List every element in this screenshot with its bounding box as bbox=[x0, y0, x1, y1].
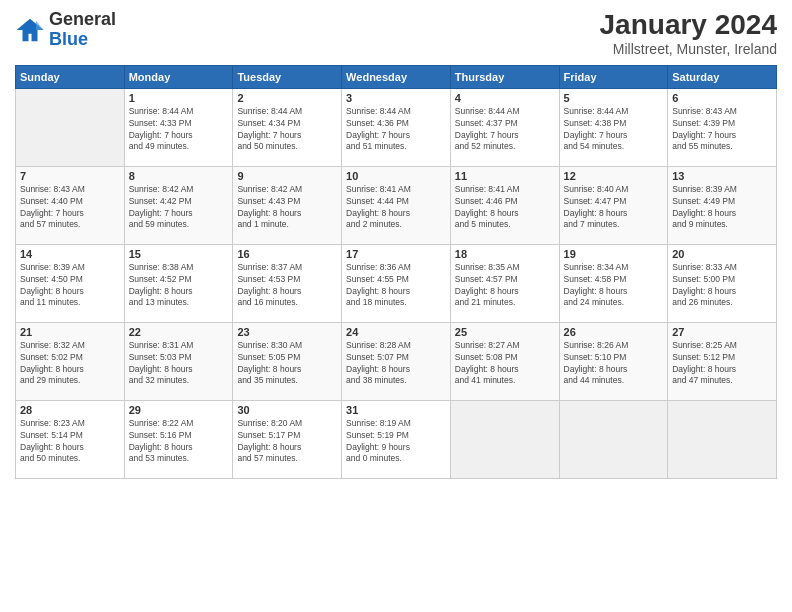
day-detail: Sunrise: 8:33 AMSunset: 5:00 PMDaylight:… bbox=[672, 262, 772, 310]
day-cell: 14Sunrise: 8:39 AMSunset: 4:50 PMDayligh… bbox=[16, 244, 125, 322]
day-detail: Sunrise: 8:28 AMSunset: 5:07 PMDaylight:… bbox=[346, 340, 446, 388]
day-detail: Sunrise: 8:32 AMSunset: 5:02 PMDaylight:… bbox=[20, 340, 120, 388]
day-cell: 29Sunrise: 8:22 AMSunset: 5:16 PMDayligh… bbox=[124, 400, 233, 478]
day-cell: 25Sunrise: 8:27 AMSunset: 5:08 PMDayligh… bbox=[450, 322, 559, 400]
day-cell: 4Sunrise: 8:44 AMSunset: 4:37 PMDaylight… bbox=[450, 88, 559, 166]
week-row-1: 7Sunrise: 8:43 AMSunset: 4:40 PMDaylight… bbox=[16, 166, 777, 244]
day-number: 17 bbox=[346, 248, 446, 260]
day-detail: Sunrise: 8:39 AMSunset: 4:50 PMDaylight:… bbox=[20, 262, 120, 310]
day-number: 30 bbox=[237, 404, 337, 416]
day-detail: Sunrise: 8:26 AMSunset: 5:10 PMDaylight:… bbox=[564, 340, 664, 388]
day-detail: Sunrise: 8:44 AMSunset: 4:33 PMDaylight:… bbox=[129, 106, 229, 154]
day-cell: 31Sunrise: 8:19 AMSunset: 5:19 PMDayligh… bbox=[342, 400, 451, 478]
day-number: 14 bbox=[20, 248, 120, 260]
week-row-3: 21Sunrise: 8:32 AMSunset: 5:02 PMDayligh… bbox=[16, 322, 777, 400]
day-cell: 17Sunrise: 8:36 AMSunset: 4:55 PMDayligh… bbox=[342, 244, 451, 322]
day-cell: 18Sunrise: 8:35 AMSunset: 4:57 PMDayligh… bbox=[450, 244, 559, 322]
week-row-0: 1Sunrise: 8:44 AMSunset: 4:33 PMDaylight… bbox=[16, 88, 777, 166]
day-cell: 10Sunrise: 8:41 AMSunset: 4:44 PMDayligh… bbox=[342, 166, 451, 244]
day-number: 16 bbox=[237, 248, 337, 260]
day-cell bbox=[450, 400, 559, 478]
day-detail: Sunrise: 8:23 AMSunset: 5:14 PMDaylight:… bbox=[20, 418, 120, 466]
day-detail: Sunrise: 8:44 AMSunset: 4:38 PMDaylight:… bbox=[564, 106, 664, 154]
day-cell bbox=[16, 88, 125, 166]
day-cell: 13Sunrise: 8:39 AMSunset: 4:49 PMDayligh… bbox=[668, 166, 777, 244]
day-cell: 22Sunrise: 8:31 AMSunset: 5:03 PMDayligh… bbox=[124, 322, 233, 400]
day-number: 31 bbox=[346, 404, 446, 416]
day-detail: Sunrise: 8:39 AMSunset: 4:49 PMDaylight:… bbox=[672, 184, 772, 232]
day-cell: 8Sunrise: 8:42 AMSunset: 4:42 PMDaylight… bbox=[124, 166, 233, 244]
col-tuesday: Tuesday bbox=[233, 65, 342, 88]
header-row: Sunday Monday Tuesday Wednesday Thursday… bbox=[16, 65, 777, 88]
day-number: 19 bbox=[564, 248, 664, 260]
logo-text: General Blue bbox=[49, 10, 116, 50]
day-number: 11 bbox=[455, 170, 555, 182]
day-detail: Sunrise: 8:44 AMSunset: 4:36 PMDaylight:… bbox=[346, 106, 446, 154]
calendar-page: General Blue January 2024 Millstreet, Mu… bbox=[0, 0, 792, 612]
day-number: 7 bbox=[20, 170, 120, 182]
col-wednesday: Wednesday bbox=[342, 65, 451, 88]
col-saturday: Saturday bbox=[668, 65, 777, 88]
day-cell: 20Sunrise: 8:33 AMSunset: 5:00 PMDayligh… bbox=[668, 244, 777, 322]
day-cell: 11Sunrise: 8:41 AMSunset: 4:46 PMDayligh… bbox=[450, 166, 559, 244]
logo-blue: Blue bbox=[49, 29, 88, 49]
logo: General Blue bbox=[15, 10, 116, 50]
logo-icon bbox=[15, 15, 45, 45]
day-cell: 26Sunrise: 8:26 AMSunset: 5:10 PMDayligh… bbox=[559, 322, 668, 400]
day-detail: Sunrise: 8:43 AMSunset: 4:40 PMDaylight:… bbox=[20, 184, 120, 232]
day-number: 26 bbox=[564, 326, 664, 338]
day-detail: Sunrise: 8:22 AMSunset: 5:16 PMDaylight:… bbox=[129, 418, 229, 466]
day-cell: 1Sunrise: 8:44 AMSunset: 4:33 PMDaylight… bbox=[124, 88, 233, 166]
day-detail: Sunrise: 8:34 AMSunset: 4:58 PMDaylight:… bbox=[564, 262, 664, 310]
day-cell: 15Sunrise: 8:38 AMSunset: 4:52 PMDayligh… bbox=[124, 244, 233, 322]
day-detail: Sunrise: 8:41 AMSunset: 4:46 PMDaylight:… bbox=[455, 184, 555, 232]
day-cell: 23Sunrise: 8:30 AMSunset: 5:05 PMDayligh… bbox=[233, 322, 342, 400]
day-cell: 3Sunrise: 8:44 AMSunset: 4:36 PMDaylight… bbox=[342, 88, 451, 166]
day-detail: Sunrise: 8:30 AMSunset: 5:05 PMDaylight:… bbox=[237, 340, 337, 388]
day-detail: Sunrise: 8:41 AMSunset: 4:44 PMDaylight:… bbox=[346, 184, 446, 232]
day-detail: Sunrise: 8:44 AMSunset: 4:34 PMDaylight:… bbox=[237, 106, 337, 154]
day-detail: Sunrise: 8:25 AMSunset: 5:12 PMDaylight:… bbox=[672, 340, 772, 388]
title-block: January 2024 Millstreet, Munster, Irelan… bbox=[600, 10, 777, 57]
col-sunday: Sunday bbox=[16, 65, 125, 88]
logo-general: General bbox=[49, 9, 116, 29]
subtitle: Millstreet, Munster, Ireland bbox=[600, 41, 777, 57]
day-detail: Sunrise: 8:19 AMSunset: 5:19 PMDaylight:… bbox=[346, 418, 446, 466]
col-friday: Friday bbox=[559, 65, 668, 88]
day-number: 6 bbox=[672, 92, 772, 104]
day-number: 10 bbox=[346, 170, 446, 182]
day-cell: 12Sunrise: 8:40 AMSunset: 4:47 PMDayligh… bbox=[559, 166, 668, 244]
day-number: 27 bbox=[672, 326, 772, 338]
day-cell: 24Sunrise: 8:28 AMSunset: 5:07 PMDayligh… bbox=[342, 322, 451, 400]
day-number: 12 bbox=[564, 170, 664, 182]
day-cell: 19Sunrise: 8:34 AMSunset: 4:58 PMDayligh… bbox=[559, 244, 668, 322]
day-detail: Sunrise: 8:38 AMSunset: 4:52 PMDaylight:… bbox=[129, 262, 229, 310]
day-number: 18 bbox=[455, 248, 555, 260]
day-cell: 2Sunrise: 8:44 AMSunset: 4:34 PMDaylight… bbox=[233, 88, 342, 166]
day-number: 28 bbox=[20, 404, 120, 416]
day-detail: Sunrise: 8:35 AMSunset: 4:57 PMDaylight:… bbox=[455, 262, 555, 310]
day-number: 21 bbox=[20, 326, 120, 338]
day-detail: Sunrise: 8:44 AMSunset: 4:37 PMDaylight:… bbox=[455, 106, 555, 154]
day-cell: 21Sunrise: 8:32 AMSunset: 5:02 PMDayligh… bbox=[16, 322, 125, 400]
day-cell: 9Sunrise: 8:42 AMSunset: 4:43 PMDaylight… bbox=[233, 166, 342, 244]
month-title: January 2024 bbox=[600, 10, 777, 41]
calendar-header: Sunday Monday Tuesday Wednesday Thursday… bbox=[16, 65, 777, 88]
day-detail: Sunrise: 8:42 AMSunset: 4:42 PMDaylight:… bbox=[129, 184, 229, 232]
svg-marker-1 bbox=[36, 21, 44, 30]
calendar-table: Sunday Monday Tuesday Wednesday Thursday… bbox=[15, 65, 777, 479]
day-number: 2 bbox=[237, 92, 337, 104]
day-number: 9 bbox=[237, 170, 337, 182]
day-cell: 27Sunrise: 8:25 AMSunset: 5:12 PMDayligh… bbox=[668, 322, 777, 400]
day-number: 8 bbox=[129, 170, 229, 182]
day-detail: Sunrise: 8:43 AMSunset: 4:39 PMDaylight:… bbox=[672, 106, 772, 154]
day-cell bbox=[559, 400, 668, 478]
day-number: 29 bbox=[129, 404, 229, 416]
calendar-body: 1Sunrise: 8:44 AMSunset: 4:33 PMDaylight… bbox=[16, 88, 777, 478]
day-detail: Sunrise: 8:40 AMSunset: 4:47 PMDaylight:… bbox=[564, 184, 664, 232]
day-number: 24 bbox=[346, 326, 446, 338]
week-row-4: 28Sunrise: 8:23 AMSunset: 5:14 PMDayligh… bbox=[16, 400, 777, 478]
day-number: 4 bbox=[455, 92, 555, 104]
day-cell bbox=[668, 400, 777, 478]
col-thursday: Thursday bbox=[450, 65, 559, 88]
